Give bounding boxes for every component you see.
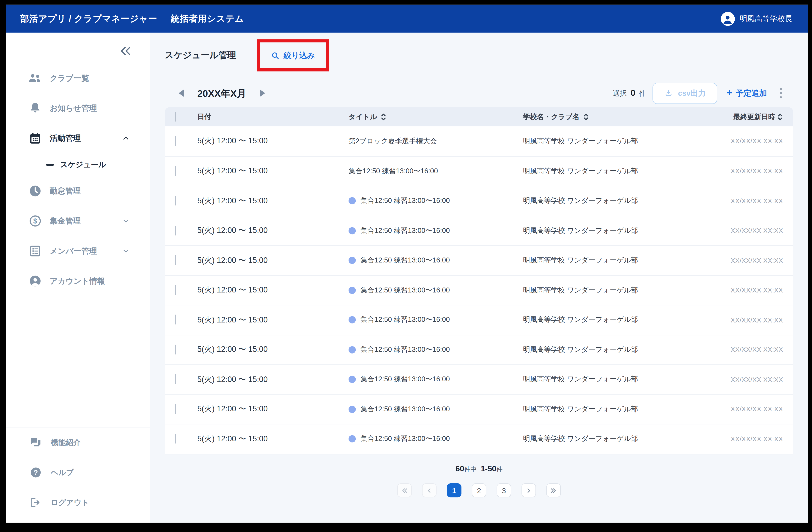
kebab-menu-icon[interactable]	[778, 86, 783, 100]
row-date: 5(火) 12:00 〜 15:00	[197, 434, 348, 444]
row-date: 5(火) 12:00 〜 15:00	[197, 166, 348, 176]
pagination-first-button[interactable]	[397, 483, 412, 497]
plus-icon: +	[726, 88, 732, 98]
row-checkbox[interactable]	[175, 344, 176, 354]
pagination-next-button[interactable]	[522, 483, 536, 497]
sidebar-item-account[interactable]: アカウント情報	[6, 266, 150, 296]
row-checkbox[interactable]	[175, 404, 176, 414]
row-title: 集合12:50 練習13:00〜16:00	[360, 196, 450, 206]
column-header-school[interactable]: 学校名・クラブ名	[523, 112, 688, 121]
row-date: 5(火) 12:00 〜 15:00	[197, 345, 348, 355]
row-school: 明風高等学校 ワンダーフォーゲル部	[523, 196, 688, 206]
row-updated: XX/XX/XX XX:XX	[688, 375, 793, 383]
pagination-page-2[interactable]: 2	[472, 483, 487, 497]
page-title: スケジュール管理	[165, 49, 236, 61]
row-updated: XX/XX/XX XX:XX	[688, 137, 793, 145]
dash-icon	[46, 164, 54, 165]
sidebar-item-club-list[interactable]: クラブ一覧	[6, 63, 150, 93]
sidebar-item-attendance[interactable]: 勤怠管理	[6, 176, 150, 206]
event-dot-icon	[349, 197, 356, 205]
table-row[interactable]: 5(火) 12:00 〜 15:00 集合12:50 練習13:00〜16:00…	[165, 305, 793, 335]
month-navigator: 20XX年X月	[178, 82, 265, 104]
row-school: 明風高等学校 ワンダーフォーゲル部	[523, 285, 688, 295]
sidebar-item-label: アカウント情報	[50, 276, 105, 286]
table-row[interactable]: 5(火) 12:00 〜 15:00 集合12:50 練習13:00〜16:00…	[165, 186, 793, 216]
sidebar-item-notice[interactable]: お知らせ管理	[6, 93, 150, 123]
sidebar-item-activity[interactable]: 活動管理	[6, 123, 150, 153]
row-checkbox[interactable]	[175, 315, 176, 325]
row-school: 明風高等学校 ワンダーフォーゲル部	[523, 256, 688, 265]
column-header-title[interactable]: タイトル	[349, 112, 523, 121]
table-row[interactable]: 5(火) 12:00 〜 15:00 集合12:50 練習13:00〜16:00…	[165, 156, 793, 186]
table-row[interactable]: 5(火) 12:00 〜 15:00 第2ブロック夏季選手権大会 明風高等学校 …	[165, 126, 793, 156]
row-school: 明風高等学校 ワンダーフォーゲル部	[523, 345, 688, 354]
sidebar: クラブ一覧 お知らせ管理 活動管理	[6, 32, 150, 522]
row-title-cell: 集合12:50 練習13:00〜16:00	[349, 285, 523, 295]
chevron-up-icon	[122, 134, 130, 143]
row-checkbox[interactable]	[175, 374, 176, 384]
row-checkbox[interactable]	[175, 196, 176, 206]
row-school: 明風高等学校 ワンダーフォーゲル部	[523, 434, 688, 444]
row-checkbox[interactable]	[175, 166, 176, 176]
logout-icon	[30, 496, 42, 509]
next-month-button[interactable]	[260, 90, 265, 97]
row-date: 5(火) 12:00 〜 15:00	[197, 226, 348, 236]
sidebar-item-help[interactable]: ? ヘルプ	[6, 457, 150, 487]
row-checkbox[interactable]	[175, 225, 176, 235]
sidebar-menu: クラブ一覧 お知らせ管理 活動管理	[6, 63, 150, 296]
sort-icon[interactable]	[381, 113, 387, 121]
sidebar-item-label: ヘルプ	[51, 468, 74, 477]
sidebar-item-label: 機能紹介	[51, 438, 81, 447]
app-window: 部活アプリ / クラブマネージャー 統括者用システム 明風高等学校長	[6, 5, 808, 523]
sort-icon[interactable]	[777, 113, 783, 121]
row-title-cell: 集合12:50 練習13:00〜16:00	[349, 256, 523, 265]
prev-month-button[interactable]	[178, 90, 184, 97]
event-dot-icon	[349, 405, 356, 413]
app-header: 部活アプリ / クラブマネージャー 統括者用システム 明風高等学校長	[6, 5, 808, 32]
event-dot-icon	[349, 435, 356, 443]
sort-icon[interactable]	[583, 113, 589, 121]
table-row[interactable]: 5(火) 12:00 〜 15:00 集合12:50 練習13:00〜16:00…	[165, 424, 793, 454]
table-row[interactable]: 5(火) 12:00 〜 15:00 集合12:50 練習13:00〜16:00…	[165, 335, 793, 365]
table-row[interactable]: 5(火) 12:00 〜 15:00 集合12:50 練習13:00〜16:00…	[165, 364, 793, 394]
row-school: 明風高等学校 ワンダーフォーゲル部	[523, 315, 688, 325]
sidebar-item-features[interactable]: 機能紹介	[6, 427, 150, 457]
select-all-checkbox[interactable]	[175, 112, 176, 121]
bell-icon	[29, 101, 42, 115]
pagination-page-1[interactable]: 1	[447, 483, 462, 497]
sidebar-collapse-icon[interactable]	[120, 45, 132, 57]
table-row[interactable]: 5(火) 12:00 〜 15:00 集合12:50 練習13:00〜16:00…	[165, 275, 793, 305]
row-checkbox[interactable]	[175, 285, 176, 295]
member-list-icon	[29, 244, 42, 258]
event-dot-icon	[349, 346, 356, 353]
table-row[interactable]: 5(火) 12:00 〜 15:00 集合12:50 練習13:00〜16:00…	[165, 245, 793, 275]
row-title-cell: 集合12:50 練習13:00〜16:00	[349, 315, 523, 325]
sidebar-item-members[interactable]: メンバー管理	[6, 236, 150, 266]
row-title: 第2ブロック夏季選手権大会	[349, 136, 437, 146]
table-row[interactable]: 5(火) 12:00 〜 15:00 集合12:50 練習13:00〜16:00…	[165, 216, 793, 245]
row-date: 5(火) 12:00 〜 15:00	[197, 196, 348, 206]
pagination-last-button[interactable]	[547, 483, 561, 497]
row-checkbox[interactable]	[175, 255, 176, 265]
sidebar-item-label: 勤怠管理	[50, 186, 81, 196]
row-checkbox[interactable]	[175, 434, 176, 444]
row-title-cell: 集合12:50 練習13:00〜16:00	[349, 196, 523, 206]
row-title-cell: 集合12:50 練習13:00〜16:00	[349, 434, 523, 444]
column-header-updated[interactable]: 最終更新日時	[688, 112, 793, 121]
user-avatar-icon[interactable]	[721, 12, 735, 26]
row-school: 明風高等学校 ワンダーフォーゲル部	[523, 375, 688, 384]
pagination-prev-button[interactable]	[422, 483, 437, 497]
table-row[interactable]: 5(火) 12:00 〜 15:00 集合12:50 練習13:00〜16:00…	[165, 394, 793, 424]
sidebar-subitem-schedule[interactable]: スケジュール	[6, 153, 150, 176]
csv-export-button[interactable]: csv出力	[653, 83, 717, 104]
add-schedule-button[interactable]: + 予定追加	[726, 88, 767, 98]
row-checkbox[interactable]	[175, 136, 176, 146]
row-school: 明風高等学校 ワンダーフォーゲル部	[523, 226, 688, 235]
sidebar-item-collection[interactable]: $ 集金管理	[6, 206, 150, 236]
svg-text:$: $	[33, 217, 37, 225]
schedule-table: 日付 タイトル 学校名・クラブ名	[165, 107, 793, 454]
sidebar-item-label: スケジュール	[60, 160, 106, 169]
sidebar-item-logout[interactable]: ログアウト	[6, 487, 150, 517]
pagination-page-3[interactable]: 3	[497, 483, 511, 497]
filter-button[interactable]: 絞り込み	[271, 50, 315, 60]
